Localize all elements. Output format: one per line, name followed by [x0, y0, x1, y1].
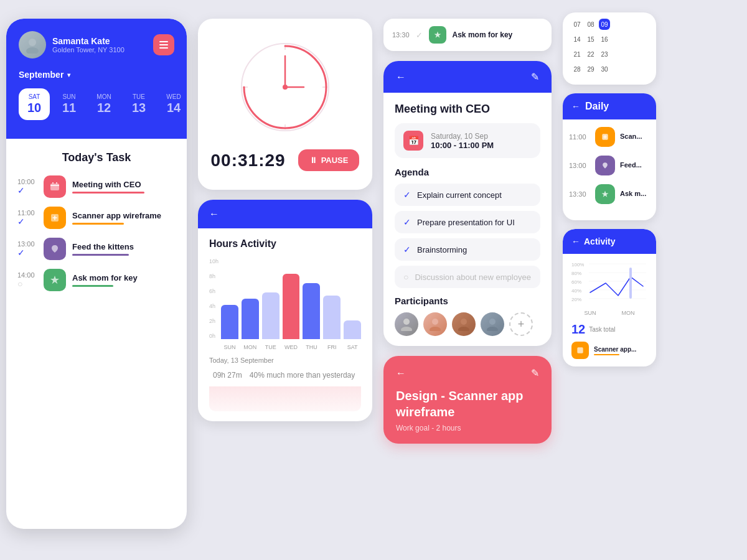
task-info-3: Ask mom for key: [72, 273, 176, 287]
pause-icon: ⏸: [309, 156, 317, 165]
activity-mini-header: ← Activity: [563, 229, 656, 254]
cal-cell-23[interactable]: 23: [599, 49, 610, 60]
scanner-back-icon[interactable]: ←: [396, 368, 406, 379]
hours-note: 40% much more than yesterday: [250, 371, 355, 380]
day-num-4: 14: [167, 100, 181, 115]
task-item-2[interactable]: 13:00 ✓ Feed the kittens: [17, 238, 176, 260]
task-item-1[interactable]: 11:00 ✓ Scanner app wireframe: [17, 207, 176, 229]
calendar-icon: 📅: [403, 131, 423, 151]
task-name-3: Ask mom for key: [72, 273, 176, 282]
task-item-3[interactable]: 14:00 ○ Ask mom for key: [17, 269, 176, 291]
task-icon-3: [44, 269, 66, 291]
edit-icon[interactable]: ✎: [531, 71, 539, 83]
meeting-back-icon[interactable]: ←: [396, 72, 406, 83]
activity-back-icon[interactable]: ←: [571, 236, 580, 246]
cal-cell-30[interactable]: 30: [599, 63, 610, 75]
month-selector[interactable]: September ▾: [19, 70, 174, 80]
date-item-3[interactable]: TUE 13: [123, 88, 154, 120]
task-bar-1: [72, 223, 124, 225]
daily-item-text-1: Feed...: [620, 161, 642, 169]
y-label-1: 8h: [209, 273, 218, 279]
cal-cell-22[interactable]: 22: [585, 49, 596, 60]
chart-label-4: THU: [303, 344, 320, 350]
cal-cell-14[interactable]: 14: [571, 34, 583, 45]
cal-cell-15[interactable]: 15: [585, 34, 596, 45]
task-bar-0: [72, 192, 144, 194]
cal-cell-28[interactable]: 28: [571, 63, 583, 75]
user-name: Samanta Kate: [52, 36, 153, 46]
scanner-title: Design - Scanner app wireframe: [396, 388, 539, 420]
bar-col-5: [323, 296, 341, 339]
bar-3: [283, 274, 300, 339]
svg-point-17: [430, 327, 441, 331]
y-label-4: 2h: [209, 318, 218, 324]
daily-item-0[interactable]: 11:00 Scan...: [569, 127, 650, 147]
daily-item-1[interactable]: 13:00 Feed...: [569, 156, 650, 175]
activity-card-header: ←: [198, 200, 372, 228]
scanner-subtitle: Work goal - 2 hours: [396, 424, 539, 432]
timer-text: 00:31:29: [211, 151, 286, 170]
add-participant-button[interactable]: +: [509, 312, 533, 336]
participant-1[interactable]: [423, 312, 447, 336]
participant-2[interactable]: [452, 312, 476, 336]
meeting-scanner-column: 13:30 ✓ Ask mom for key ← ✎ Meeting with…: [383, 19, 552, 548]
activity-mini-card: ← Activity 100% 80% 60% 40% 20%: [563, 229, 656, 366]
chart-labels: SUN MON TUE WED THU FRI SAT: [221, 344, 361, 350]
avatar: [19, 31, 46, 58]
wave-decoration: [209, 386, 361, 411]
svg-point-14: [403, 319, 410, 325]
activity-x-labels: SUN MON: [571, 310, 647, 316]
task-name-0: Meeting with CEO: [72, 180, 176, 189]
agenda-item-0[interactable]: ✓ Explain current concept: [395, 184, 540, 206]
bar-col-0: [221, 305, 238, 339]
card1-header: Samanta Kate Golden Tower, NY 3100 Septe…: [6, 19, 187, 139]
activity-card-body: Hours Activity 10h 8h 6h 4h 2h 0h: [198, 228, 372, 421]
daily-icon-0: [595, 127, 615, 147]
svg-point-18: [461, 319, 467, 325]
menu-button[interactable]: [153, 34, 174, 55]
meeting-time-text: 10:00 - 11:00 PM: [431, 141, 494, 150]
cal-cell-08[interactable]: 08: [585, 19, 596, 30]
scanner-edit-icon[interactable]: ✎: [531, 367, 539, 379]
cal-cell-29[interactable]: 29: [585, 63, 596, 75]
daily-back-icon[interactable]: ←: [571, 101, 580, 111]
hours-value: 09h 27m: [213, 371, 242, 380]
bar-col-1: [242, 299, 259, 339]
cal-cell-16[interactable]: 16: [599, 34, 610, 45]
agenda-item-1[interactable]: ✓ Prepare presentation for UI: [395, 211, 540, 233]
daily-time-2: 13:30: [569, 190, 590, 198]
agenda-item-3[interactable]: ○ Discussion about new employee: [395, 266, 540, 288]
month-label: September: [19, 70, 63, 80]
cal-row-3: 28 29 30: [571, 63, 647, 75]
cal-cell-09[interactable]: 09: [599, 19, 610, 30]
agenda-check-1: ✓: [403, 217, 411, 227]
task-item-0[interactable]: 10:00 ✓ Meeting with CEO: [17, 175, 176, 198]
task-check-3: ○: [17, 279, 22, 289]
bar-col-2: [262, 292, 280, 339]
back-arrow-icon[interactable]: ←: [209, 208, 219, 220]
pause-label: PAUSE: [321, 156, 349, 165]
scanner-card-header: ← ✎: [396, 367, 539, 379]
svg-point-20: [489, 319, 496, 325]
partial-icon: [429, 26, 446, 44]
mini-task-name: Scanner app...: [594, 346, 636, 353]
participant-0[interactable]: [395, 312, 418, 336]
date-item-4[interactable]: WED 14: [158, 88, 187, 120]
date-item-0[interactable]: SAT 10: [19, 88, 50, 120]
daily-item-2[interactable]: 13:30 Ask m...: [569, 184, 650, 204]
task-info-2: Feed the kittens: [72, 242, 176, 256]
date-item-2[interactable]: MON 12: [88, 88, 120, 120]
participant-3[interactable]: [481, 312, 504, 336]
date-item-1[interactable]: SUN 11: [54, 88, 85, 120]
mini-task-bar: [594, 354, 619, 355]
agenda-item-2[interactable]: ✓ Brainstorming: [395, 238, 540, 261]
partial-task-name: Ask mom for key: [453, 30, 513, 39]
pause-button[interactable]: ⏸ PAUSE: [298, 149, 360, 171]
cal-cell-07[interactable]: 07: [571, 19, 583, 30]
agenda-check-0: ✓: [403, 190, 411, 200]
cal-cell-21[interactable]: 21: [571, 49, 583, 60]
day-name-4: WED: [166, 93, 181, 100]
y-label-5: 0h: [209, 333, 218, 339]
meeting-datetime: Saturday, 10 Sep 10:00 - 11:00 PM: [431, 132, 494, 150]
daily-card: ← Daily 11:00 Scan... 13:00 Feed...: [563, 93, 656, 220]
